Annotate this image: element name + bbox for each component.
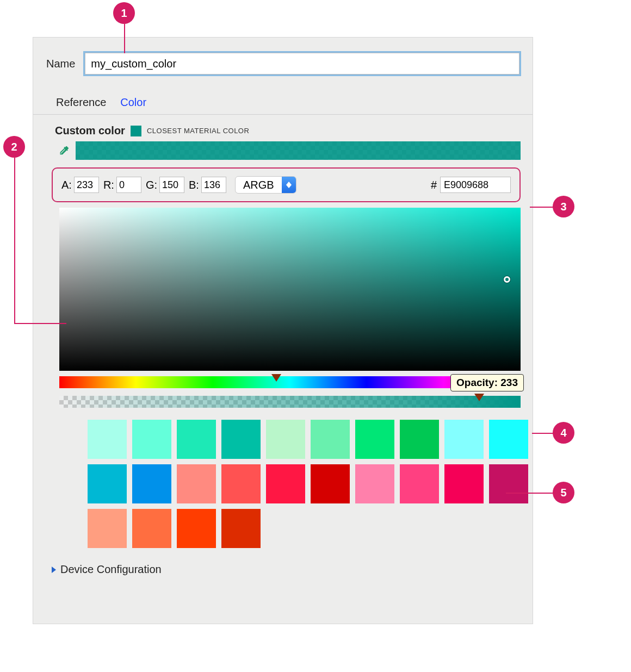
color-mode-label: ARGB bbox=[236, 177, 282, 193]
blue-input[interactable] bbox=[201, 177, 226, 193]
swatch[interactable] bbox=[132, 509, 171, 548]
swatch-grid bbox=[88, 420, 500, 548]
red-field: R: bbox=[103, 177, 141, 193]
alpha-label: A: bbox=[61, 179, 72, 191]
swatch[interactable] bbox=[444, 464, 484, 503]
callout-4: 4 bbox=[553, 422, 574, 444]
disclosure-triangle-icon bbox=[52, 567, 56, 573]
preview-row bbox=[33, 141, 533, 164]
alpha-field: A: bbox=[61, 177, 99, 193]
name-label: Name bbox=[46, 58, 75, 70]
device-configuration-label: Device Configuration bbox=[60, 563, 162, 576]
red-label: R: bbox=[103, 179, 114, 191]
callout-3: 3 bbox=[553, 196, 574, 217]
opacity-tooltip: Opacity: 233 bbox=[450, 374, 524, 391]
saturation-value-area[interactable] bbox=[59, 208, 521, 371]
swatch[interactable] bbox=[355, 420, 394, 459]
stepper-icon bbox=[282, 177, 296, 193]
swatch[interactable] bbox=[88, 509, 127, 548]
callout-3-line bbox=[530, 207, 554, 208]
green-field: G: bbox=[146, 177, 184, 193]
opacity-slider[interactable]: Opacity: 233 bbox=[59, 396, 521, 408]
color-preview-bar bbox=[76, 141, 521, 160]
callout-5-line bbox=[506, 493, 554, 494]
swatch[interactable] bbox=[400, 464, 439, 503]
callout-1-line bbox=[124, 24, 125, 53]
swatch[interactable] bbox=[266, 464, 305, 503]
callout-4-line bbox=[532, 433, 554, 434]
swatch[interactable] bbox=[355, 464, 394, 503]
hex-field: # bbox=[431, 177, 511, 193]
swatch[interactable] bbox=[311, 420, 350, 459]
red-input[interactable] bbox=[116, 177, 141, 193]
callout-2: 2 bbox=[3, 136, 25, 158]
swatch[interactable] bbox=[177, 464, 216, 503]
swatch[interactable] bbox=[221, 464, 261, 503]
blue-field: B: bbox=[189, 177, 226, 193]
swatch[interactable] bbox=[489, 464, 528, 503]
color-preview-overlay bbox=[76, 141, 521, 160]
swatch[interactable] bbox=[400, 420, 439, 459]
swatch[interactable] bbox=[311, 464, 350, 503]
satval-cursor bbox=[504, 276, 510, 283]
alpha-input[interactable] bbox=[74, 177, 99, 193]
color-resource-panel: Name Reference Color Custom color CLOSES… bbox=[33, 37, 533, 624]
swatch[interactable] bbox=[221, 420, 261, 459]
device-configuration-row[interactable]: Device Configuration bbox=[33, 548, 533, 576]
blue-label: B: bbox=[189, 179, 199, 191]
green-label: G: bbox=[146, 179, 157, 191]
tab-reference[interactable]: Reference bbox=[56, 96, 106, 109]
callout-2-line bbox=[14, 158, 15, 324]
color-mode-select[interactable]: ARGB bbox=[235, 176, 296, 194]
green-input[interactable] bbox=[159, 177, 184, 193]
tabs: Reference Color bbox=[33, 84, 533, 115]
opacity-thumb[interactable] bbox=[474, 394, 484, 401]
eyedropper-icon[interactable] bbox=[56, 141, 71, 160]
hex-symbol: # bbox=[431, 179, 437, 191]
closest-material-swatch bbox=[131, 126, 141, 136]
swatch[interactable] bbox=[132, 464, 171, 503]
name-input[interactable] bbox=[85, 53, 519, 74]
tab-color[interactable]: Color bbox=[120, 96, 146, 109]
custom-color-header: Custom color CLOSEST MATERIAL COLOR bbox=[33, 125, 533, 141]
hex-input[interactable] bbox=[440, 177, 511, 193]
swatch[interactable] bbox=[489, 420, 528, 459]
swatch[interactable] bbox=[177, 420, 216, 459]
swatch[interactable] bbox=[444, 420, 484, 459]
swatch[interactable] bbox=[88, 464, 127, 503]
callout-1: 1 bbox=[113, 2, 135, 24]
opacity-bar bbox=[59, 396, 521, 408]
opacity-gradient bbox=[59, 396, 521, 408]
callout-5: 5 bbox=[553, 482, 574, 503]
custom-color-title: Custom color bbox=[55, 125, 125, 137]
custom-color-section: Custom color CLOSEST MATERIAL COLOR A: R… bbox=[33, 115, 533, 576]
callout-2-line-h bbox=[14, 323, 66, 324]
hue-thumb[interactable] bbox=[271, 374, 281, 382]
closest-material-label: CLOSEST MATERIAL COLOR bbox=[147, 127, 249, 135]
swatch[interactable] bbox=[266, 420, 305, 459]
swatch[interactable] bbox=[88, 420, 127, 459]
swatch[interactable] bbox=[132, 420, 171, 459]
argb-inputs: A: R: G: B: ARGB bbox=[52, 167, 521, 202]
name-row: Name bbox=[33, 38, 533, 84]
swatch[interactable] bbox=[177, 509, 216, 548]
swatch[interactable] bbox=[221, 509, 261, 548]
